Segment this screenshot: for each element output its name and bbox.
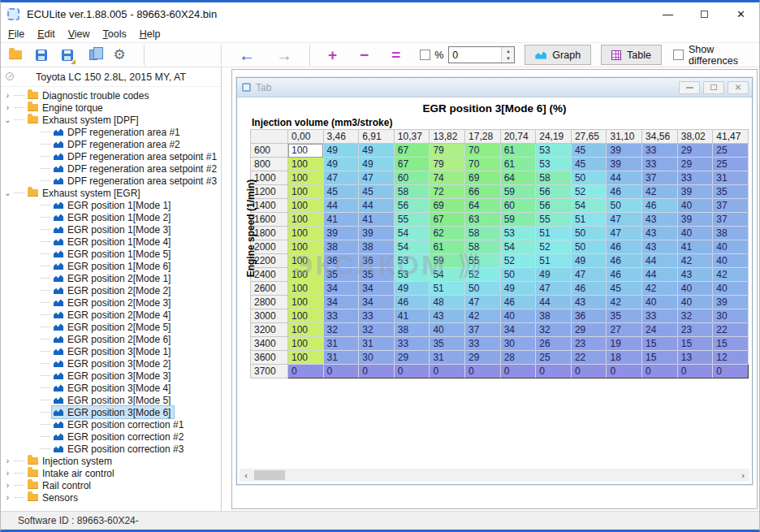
table-cell[interactable]: 37 <box>642 171 678 185</box>
table-cell[interactable]: 40 <box>677 296 713 309</box>
table-cell[interactable]: 40 <box>713 240 749 254</box>
table-cell[interactable]: 39 <box>713 296 749 309</box>
table-cell[interactable]: 25 <box>713 158 749 171</box>
table-cell[interactable]: 49 <box>323 158 359 171</box>
tree-item-inner[interactable]: Exhaust system [DPF] <box>26 114 142 126</box>
tree-item-inner[interactable]: DPF regeneration area #2 <box>52 138 184 150</box>
chevron-down-icon[interactable]: ⌄ <box>3 115 12 124</box>
table-cell[interactable]: 47 <box>359 171 395 185</box>
table-button[interactable]: Table <box>601 45 662 65</box>
table-cell[interactable]: 59 <box>500 185 536 199</box>
tree-item[interactable]: EGR position 2[Mode 1] <box>1 272 221 284</box>
table-cell[interactable]: 0 <box>288 365 324 378</box>
table-cell[interactable]: 41 <box>323 213 359 227</box>
tree-item[interactable]: ⌄Exhaust system [DPF] <box>1 114 221 126</box>
tree-item[interactable]: DPF regeneration area #2 <box>1 138 221 150</box>
table-cell[interactable]: 46 <box>607 185 642 199</box>
table-cell[interactable]: 45 <box>607 282 642 296</box>
table-cell[interactable]: 39 <box>607 144 642 158</box>
chevron-right-icon[interactable]: › <box>3 103 12 112</box>
table-cell[interactable]: 34 <box>323 296 359 309</box>
table-cell[interactable]: 100 <box>288 213 324 227</box>
scrollbar-thumb[interactable] <box>254 470 285 480</box>
table-cell[interactable]: 39 <box>677 185 713 199</box>
table-cell[interactable]: 100 <box>288 199 324 213</box>
table-cell[interactable]: 42 <box>642 185 678 199</box>
table-cell[interactable]: 32 <box>323 323 359 337</box>
table-cell[interactable]: 47 <box>571 268 607 282</box>
table-cell[interactable]: 69 <box>465 171 501 185</box>
table-cell[interactable]: 45 <box>359 185 395 199</box>
table-cell[interactable]: 40 <box>713 282 749 296</box>
tree-item[interactable]: ›Intake air control <box>1 467 221 479</box>
tree-item-inner[interactable]: EGR position 3[Mode 5] <box>52 394 174 406</box>
table-cell[interactable]: 43 <box>571 296 607 309</box>
table-cell[interactable]: 22 <box>713 323 749 337</box>
table-cell[interactable]: 46 <box>642 199 678 213</box>
table-cell[interactable]: 40 <box>713 254 749 268</box>
table-cell[interactable]: 55 <box>394 213 430 227</box>
table-cell[interactable]: 33 <box>323 309 359 323</box>
tree-item-inner[interactable]: EGR position 2[Mode 1] <box>52 272 174 284</box>
table-cell[interactable]: 44 <box>642 254 678 268</box>
table-cell[interactable]: 40 <box>677 282 713 296</box>
table-cell[interactable]: 44 <box>607 171 642 185</box>
table-cell[interactable]: 29 <box>677 144 713 158</box>
table-cell[interactable]: 41 <box>677 240 713 254</box>
table-cell[interactable]: 36 <box>323 254 359 268</box>
tree-item[interactable]: ›Rail control <box>1 479 221 491</box>
tree-item-inner[interactable]: Rail control <box>26 479 94 491</box>
table-cell[interactable]: 51 <box>430 282 465 296</box>
table-cell[interactable]: 29 <box>465 351 501 365</box>
column-header[interactable]: 17,28 <box>465 130 501 144</box>
table-cell[interactable]: 70 <box>465 144 501 158</box>
table-cell[interactable]: 55 <box>536 213 572 227</box>
tree-item[interactable]: EGR position 2[Mode 2] <box>1 284 221 296</box>
table-cell[interactable]: 49 <box>359 144 395 158</box>
tree-item[interactable]: EGR position 3[Mode 4] <box>1 382 221 394</box>
tree-item-inner[interactable]: EGR position correction #2 <box>52 430 187 443</box>
decrease-icon[interactable]: − <box>360 47 369 63</box>
open-folder-button[interactable] <box>7 46 24 64</box>
table-cell[interactable]: 63 <box>465 213 501 227</box>
tree-item[interactable]: EGR position 2[Mode 4] <box>1 309 221 321</box>
value-input[interactable]: 0 ▲▼ <box>448 46 515 63</box>
table-cell[interactable]: 48 <box>430 296 465 309</box>
table-cell[interactable]: 47 <box>607 227 642 240</box>
row-header[interactable]: 3400 <box>251 337 288 351</box>
table-cell[interactable]: 47 <box>465 296 501 309</box>
table-cell[interactable]: 18 <box>607 351 642 365</box>
column-header[interactable]: 34,56 <box>642 130 678 144</box>
tree-item-inner[interactable]: EGR position 1[Mode 1] <box>52 199 174 211</box>
table-cell[interactable]: 50 <box>607 199 642 213</box>
tree-item[interactable]: ›Diagnostic trouble codes <box>1 89 221 102</box>
chevron-right-icon[interactable]: › <box>3 469 12 478</box>
tree-item-inner[interactable]: Diagnostic trouble codes <box>26 89 152 102</box>
table-cell[interactable]: 28 <box>500 351 536 365</box>
row-header[interactable]: 3600 <box>251 351 288 365</box>
table-cell[interactable]: 100 <box>288 158 324 171</box>
table-cell[interactable]: 51 <box>536 227 572 240</box>
tree-item[interactable]: EGR position 1[Mode 6] <box>1 260 221 272</box>
chevron-down-icon[interactable]: ⌄ <box>3 188 12 197</box>
table-cell[interactable]: 41 <box>394 309 430 323</box>
table-cell[interactable]: 100 <box>288 268 324 282</box>
table-cell[interactable]: 100 <box>288 323 324 337</box>
chevron-right-icon[interactable]: › <box>3 481 12 490</box>
table-cell[interactable]: 0 <box>323 365 359 378</box>
table-cell[interactable]: 72 <box>430 185 465 199</box>
table-cell[interactable]: 26 <box>536 337 572 351</box>
tab-close-button[interactable]: ✕ <box>728 81 749 94</box>
table-cell[interactable]: 54 <box>394 227 430 240</box>
tab-title-bar[interactable]: Tab ✕ <box>237 78 752 97</box>
table-cell[interactable]: 58 <box>465 227 501 240</box>
tree-item[interactable]: DPF regeneration area setpoint #2 <box>1 162 221 175</box>
table-cell[interactable]: 100 <box>288 240 324 254</box>
table-cell[interactable]: 50 <box>465 282 501 296</box>
table-cell[interactable]: 43 <box>642 240 678 254</box>
tree-item[interactable]: EGR position correction #2 <box>1 430 221 443</box>
tree-item-inner[interactable]: Engine torque <box>26 102 106 114</box>
scroll-left-icon[interactable]: ‹ <box>240 469 253 482</box>
percent-checkbox[interactable] <box>420 50 430 60</box>
table-cell[interactable]: 40 <box>500 309 536 323</box>
